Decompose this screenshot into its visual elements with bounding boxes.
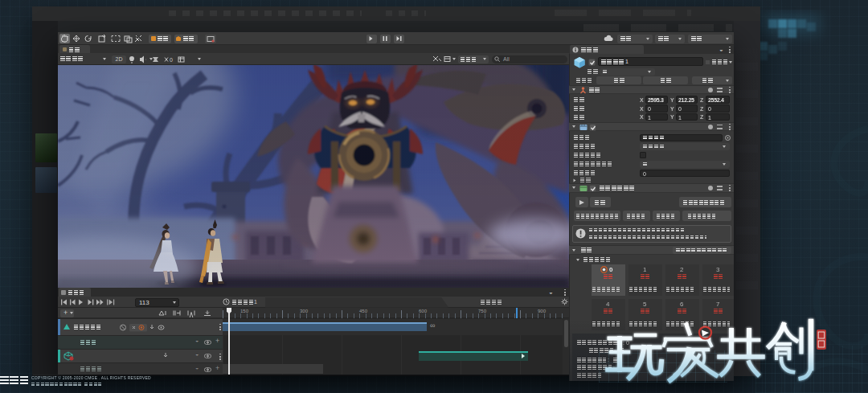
svg-text:0: 0 xyxy=(170,57,173,63)
